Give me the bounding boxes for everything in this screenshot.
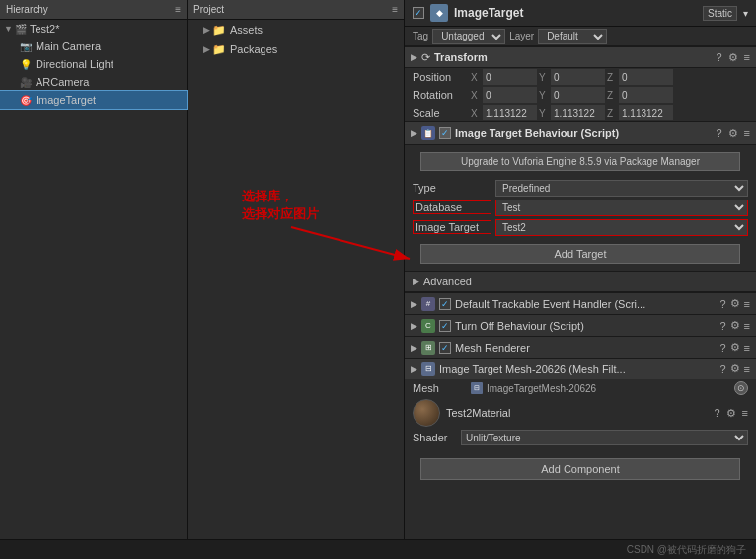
turn-off-component[interactable]: ▶ C ✓ Turn Off Behaviour (Script) ? ⚙ ≡ — [405, 314, 756, 336]
meshrenderer-title: Mesh Renderer — [455, 342, 716, 354]
mesh-filter-component[interactable]: ▶ ⊟ Image Target Mesh-20626 (Mesh Filt..… — [405, 358, 756, 379]
project-item-packages[interactable]: ▶ 📁 Packages — [188, 40, 404, 59]
hierarchy-title: Hierarchy — [6, 4, 48, 15]
transform-help-icon[interactable]: ? — [716, 51, 721, 63]
image-target-dropdown[interactable]: Test2 — [495, 219, 748, 236]
trackable-menu-icon[interactable]: ≡ — [744, 298, 750, 310]
rotation-row: Rotation X Y Z — [405, 86, 756, 104]
scale-x-input[interactable] — [483, 105, 537, 120]
material-name: Test2Material — [446, 407, 708, 419]
upgrade-button[interactable]: Upgrade to Vuforia Engine 8.5.9 via Pack… — [420, 152, 740, 171]
object-icon: ◆ — [430, 4, 448, 22]
turnoff-settings-icon[interactable]: ⚙ — [730, 319, 740, 332]
position-x-input[interactable] — [483, 69, 537, 85]
layer-dropdown[interactable]: Default — [538, 29, 607, 44]
turnoff-help-icon[interactable]: ? — [719, 320, 725, 332]
meshrenderer-icon: ⊞ — [421, 341, 435, 355]
rotation-xyz: X Y Z — [471, 87, 748, 103]
camera-icon: 📷 — [20, 41, 32, 52]
meshfilter-title: Image Target Mesh-20626 (Mesh Filt... — [439, 363, 716, 375]
scene-root[interactable]: ▼ 🎬 Test2* — [0, 20, 187, 38]
type-row: Type Predefined — [405, 178, 756, 198]
script-help-icon[interactable]: ? — [716, 127, 721, 139]
shader-dropdown[interactable]: Unlit/Texture — [461, 430, 748, 445]
folder-icon: 📁 — [212, 24, 226, 37]
database-dropdown[interactable]: Test — [495, 200, 748, 216]
transform-section-header[interactable]: ▶ ⟳ Transform ? ⚙ ≡ — [405, 46, 756, 68]
image-target-row: Image Target Test2 — [405, 217, 756, 237]
assets-arrow-icon: ▶ — [203, 25, 210, 35]
material-help-icon[interactable]: ? — [714, 407, 719, 419]
meshrenderer-menu-icon[interactable]: ≡ — [744, 342, 750, 354]
tag-dropdown[interactable]: Untagged — [432, 29, 505, 44]
material-menu-icon[interactable]: ≡ — [742, 407, 748, 419]
hierarchy-item-arcamera[interactable]: 🎥 ARCamera — [0, 73, 187, 91]
assets-label: Assets — [230, 24, 263, 36]
default-trackable-component[interactable]: ▶ # ✓ Default Trackable Event Handler (S… — [405, 292, 756, 314]
project-item-assets[interactable]: ▶ 📁 Assets — [188, 20, 404, 40]
position-z-input[interactable] — [619, 69, 673, 85]
inspector-panel: ✓ ◆ ImageTarget Static ▾ Tag Untagged La… — [405, 0, 756, 539]
rotation-z-label: Z — [607, 90, 617, 101]
hierarchy-item-imagetarget[interactable]: 🎯 ImageTarget — [0, 91, 187, 109]
turnoff-arrow-icon: ▶ — [411, 321, 417, 331]
advanced-section[interactable]: ▶ Advanced — [405, 271, 756, 292]
meshfilter-menu-icon[interactable]: ≡ — [744, 363, 750, 375]
scale-xyz: X Y Z — [471, 105, 748, 120]
scale-z-input[interactable] — [619, 105, 673, 120]
trackable-help-icon[interactable]: ? — [719, 298, 725, 310]
script-arrow-icon: ▶ — [411, 128, 417, 138]
script-menu-icon[interactable]: ≡ — [744, 127, 750, 139]
position-x-label: X — [471, 72, 481, 83]
trackable-settings-icon[interactable]: ⚙ — [730, 297, 740, 310]
rotation-z-input[interactable] — [619, 87, 673, 103]
hierarchy-menu-icon[interactable]: ≡ — [175, 4, 181, 15]
object-active-checkbox[interactable]: ✓ — [413, 7, 424, 19]
material-header: Test2Material ? ⚙ ≡ — [405, 397, 756, 429]
position-y-input[interactable] — [551, 69, 605, 85]
project-panel: Project ≡ ▶ 📁 Assets ▶ 📁 Packages — [188, 0, 405, 539]
meshrenderer-checkbox[interactable]: ✓ — [439, 342, 451, 354]
mesh-value-text: ImageTargetMesh-20626 — [487, 383, 596, 394]
material-settings-icon[interactable]: ⚙ — [726, 407, 736, 420]
meshfilter-help-icon[interactable]: ? — [719, 363, 725, 375]
watermark-text: CSDN @被代码折磨的狗子 — [627, 543, 746, 557]
static-dropdown[interactable]: ▾ — [743, 8, 748, 19]
type-dropdown[interactable]: Predefined — [495, 180, 748, 197]
scale-z-label: Z — [607, 108, 617, 119]
transform-settings-icon[interactable]: ⚙ — [728, 51, 738, 64]
script-active-checkbox[interactable]: ✓ — [439, 127, 451, 139]
add-target-button[interactable]: Add Target — [420, 244, 740, 264]
scale-y-input[interactable] — [551, 105, 605, 120]
project-menu-icon[interactable]: ≡ — [392, 4, 398, 15]
mesh-select-btn[interactable]: ⊙ — [734, 381, 748, 395]
add-component-button[interactable]: Add Component — [420, 458, 740, 480]
packages-folder-icon: 📁 — [212, 43, 226, 56]
meshrenderer-settings-icon[interactable]: ⚙ — [730, 341, 740, 354]
tag-layer-row: Tag Untagged Layer Default — [405, 27, 756, 46]
cn-text-line2: 选择对应图片 — [242, 205, 319, 223]
meshrenderer-help-icon[interactable]: ? — [719, 342, 725, 354]
script-settings-icon[interactable]: ⚙ — [728, 127, 738, 140]
turnoff-checkbox[interactable]: ✓ — [439, 320, 451, 332]
arcamera-icon: 🎥 — [20, 77, 32, 88]
project-header: Project ≡ — [188, 0, 404, 20]
turnoff-menu-icon[interactable]: ≡ — [744, 320, 750, 332]
scene-name: Test2* — [30, 23, 60, 35]
meshfilter-settings-icon[interactable]: ⚙ — [730, 362, 740, 375]
hierarchy-item-directional-light[interactable]: 💡 Directional Light — [0, 55, 187, 73]
turnoff-icon: C — [421, 319, 435, 333]
image-target-script-header[interactable]: ▶ 📋 ✓ Image Target Behaviour (Script) ? … — [405, 121, 756, 145]
rotation-x-input[interactable] — [483, 87, 537, 103]
transform-menu-icon[interactable]: ≡ — [744, 51, 750, 63]
hierarchy-item-main-camera[interactable]: 📷 Main Camera — [0, 38, 187, 55]
image-target-prop-label: Image Target — [413, 220, 491, 234]
add-target-btn-container: Add Target — [405, 237, 756, 271]
position-z-label: Z — [607, 72, 617, 83]
trackable-checkbox[interactable]: ✓ — [439, 298, 451, 310]
packages-arrow-icon: ▶ — [203, 44, 210, 54]
shader-row: Shader Unlit/Texture — [405, 429, 756, 446]
meshfilter-icon: ⊟ — [421, 362, 435, 376]
rotation-y-input[interactable] — [551, 87, 605, 103]
mesh-renderer-component[interactable]: ▶ ⊞ ✓ Mesh Renderer ? ⚙ ≡ — [405, 336, 756, 358]
